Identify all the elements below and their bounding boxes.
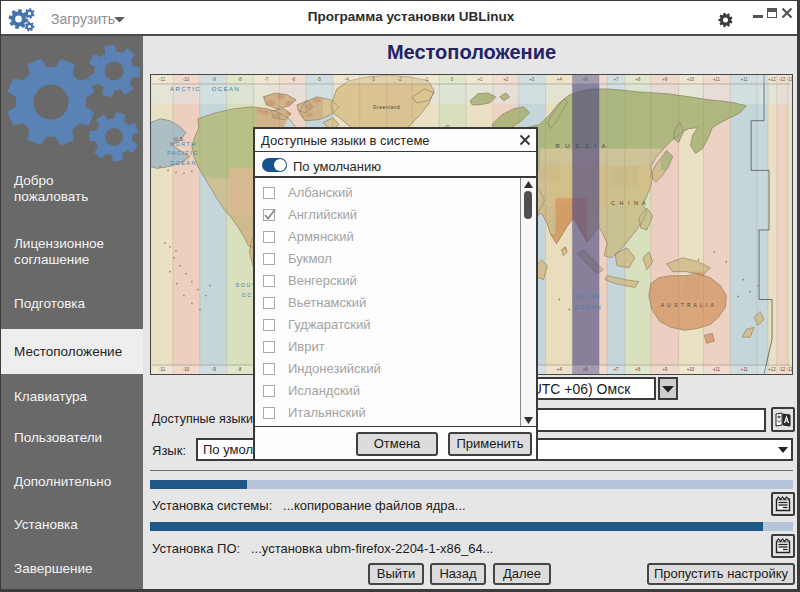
svg-text:-8: -8 <box>238 367 242 372</box>
svg-text:-5: -5 <box>317 77 321 82</box>
svg-text:+6: +6 <box>583 367 589 372</box>
svg-text:+1: +1 <box>477 77 483 82</box>
svg-text:-2: -2 <box>397 77 401 82</box>
svg-text:A U S T R A L I A: A U S T R A L I A <box>661 303 715 308</box>
svg-text:C H I N A: C H I N A <box>611 200 647 206</box>
svg-text:+7: +7 <box>613 367 619 372</box>
svg-text:+10: +10 <box>687 77 695 82</box>
svg-text:Greenland: Greenland <box>373 105 401 110</box>
svg-text:+12: +12 <box>768 77 776 82</box>
svg-text:-1: -1 <box>424 77 428 82</box>
svg-text:-6: -6 <box>291 77 295 82</box>
svg-text:+3: +3 <box>529 77 535 82</box>
svg-text:-7: -7 <box>264 77 268 82</box>
svg-text:+2: +2 <box>503 77 509 82</box>
svg-text:-9: -9 <box>212 77 216 82</box>
svg-text:+12: +12 <box>768 367 776 372</box>
svg-text:-11: -11 <box>787 367 793 372</box>
svg-text:-11: -11 <box>159 367 166 372</box>
svg-text:PACIFIC: PACIFIC <box>167 150 199 156</box>
svg-text:OCEAN: OCEAN <box>170 160 197 166</box>
svg-text:-3: -3 <box>371 77 375 82</box>
svg-text:+9: +9 <box>662 367 668 372</box>
svg-text:ARCTIC: ARCTIC <box>170 86 201 92</box>
svg-text:+4: +4 <box>557 77 563 82</box>
svg-text:INDIAN: INDIAN <box>573 294 600 300</box>
svg-text:+11: +11 <box>713 367 721 372</box>
svg-text:-10: -10 <box>183 367 190 372</box>
svg-text:-11: -11 <box>787 77 793 82</box>
svg-text:+8: +8 <box>635 77 641 82</box>
svg-text:+10: +10 <box>687 367 695 372</box>
svg-text:+11: +11 <box>741 77 749 82</box>
svg-text:-4: -4 <box>345 77 349 82</box>
svg-text:-11: -11 <box>159 77 166 82</box>
svg-text:-10: -10 <box>183 77 190 82</box>
svg-text:-8: -8 <box>238 77 242 82</box>
svg-text:+11: +11 <box>741 367 749 372</box>
svg-text:-9: -9 <box>212 367 216 372</box>
svg-text:+8: +8 <box>635 367 641 372</box>
svg-text:OCEAN: OCEAN <box>575 304 602 310</box>
svg-text:+9: +9 <box>662 77 668 82</box>
svg-text:+11: +11 <box>713 77 721 82</box>
svg-text:-12: -12 <box>779 367 786 372</box>
svg-text:+4: +4 <box>557 367 563 372</box>
svg-text:U.S.: U.S. <box>174 137 185 142</box>
svg-text:+6: +6 <box>583 77 589 82</box>
svg-text:OCEAN: OCEAN <box>212 86 241 92</box>
svg-text:-12: -12 <box>779 77 786 82</box>
svg-text:+7: +7 <box>613 77 619 82</box>
svg-text:R U S S I A: R U S S I A <box>555 143 607 149</box>
